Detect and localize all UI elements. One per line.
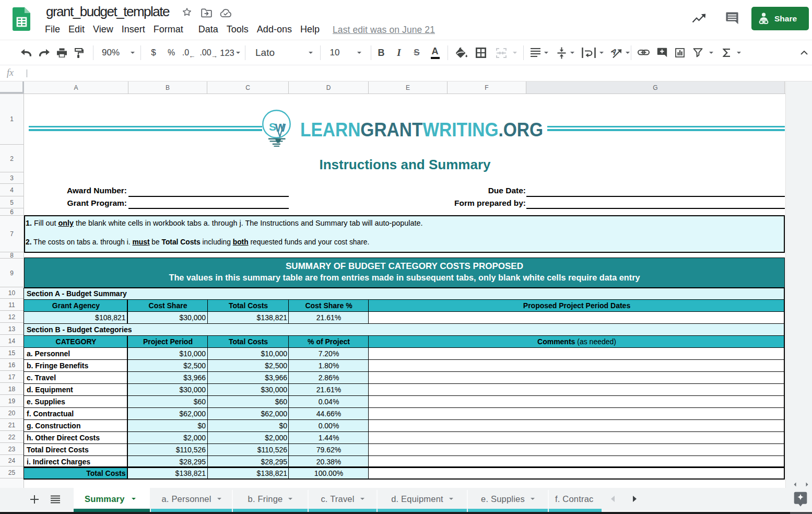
svg-text:W: W xyxy=(275,121,286,134)
